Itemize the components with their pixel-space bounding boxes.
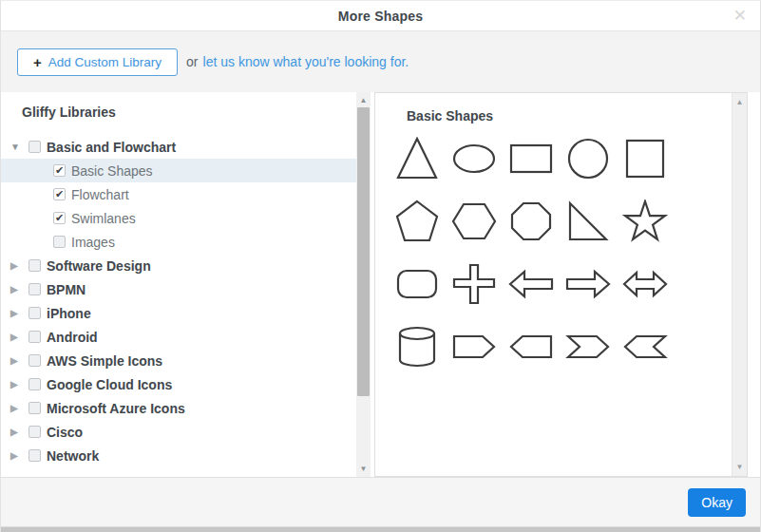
square-shape — [617, 127, 674, 190]
main-area: Gliffy Libraries ▼ Basic and Flowchart ✔… — [1, 92, 760, 477]
library-label: iPhone — [47, 306, 91, 321]
library-label: Android — [47, 330, 98, 345]
close-icon[interactable]: ✕ — [733, 6, 747, 27]
library-label: Software Design — [47, 258, 151, 274]
ellipse-shape — [446, 127, 503, 190]
library-label: Google Cloud Icons — [47, 377, 172, 392]
library-label: Flowchart — [71, 187, 129, 202]
arrow-left-shape — [503, 253, 560, 315]
library-checkbox[interactable]: ✔ — [53, 212, 66, 224]
tree-scrollbar[interactable]: ▲ ▼ — [356, 92, 371, 477]
library-checkbox[interactable] — [29, 378, 41, 390]
scroll-down-icon[interactable]: ▼ — [356, 462, 371, 476]
scroll-up-icon[interactable]: ▲ — [732, 95, 747, 109]
library-label: Basic Shapes — [71, 163, 153, 179]
tree-item-images[interactable]: Images — [1, 230, 356, 254]
octagon-shape — [503, 190, 560, 253]
libraries-panel: Gliffy Libraries ▼ Basic and Flowchart ✔… — [1, 92, 356, 477]
library-checkbox[interactable] — [29, 449, 41, 462]
add-custom-library-button[interactable]: + Add Custom Library — [17, 48, 178, 76]
library-checkbox[interactable] — [29, 426, 41, 438]
tree-item-iphone[interactable]: ▶ iPhone — [1, 301, 356, 325]
tree-item-software-design[interactable]: ▶ Software Design — [1, 254, 356, 277]
chevron-right-shape — [560, 315, 617, 378]
library-checkbox[interactable] — [29, 331, 41, 343]
cylinder-shape — [389, 315, 446, 378]
library-checkbox[interactable] — [29, 402, 41, 414]
expander-icon[interactable]: ▶ — [10, 260, 24, 271]
dialog-header: More Shapes ✕ — [1, 1, 760, 31]
tree-item-android[interactable]: ▶ Android — [1, 325, 356, 349]
expander-icon[interactable]: ▼ — [10, 142, 24, 152]
scroll-down-icon[interactable]: ▼ — [732, 460, 747, 474]
expander-icon[interactable]: ▶ — [10, 332, 24, 342]
tree-item-microsoft-azure-icons[interactable]: ▶ Microsoft Azure Icons — [1, 396, 356, 420]
star-shape — [617, 190, 674, 253]
expander-icon[interactable]: ▶ — [10, 403, 24, 413]
library-checkbox[interactable] — [29, 283, 41, 295]
shapes-scrollbar[interactable]: ▲ ▼ — [732, 93, 747, 476]
hexagon-shape — [446, 190, 503, 253]
feedback-link[interactable]: let us know what you're looking for. — [203, 54, 409, 69]
dialog-bottom-edge — [1, 526, 760, 532]
or-text: or — [186, 54, 198, 69]
tree-item-network[interactable]: ▶ Network — [1, 444, 356, 467]
library-checkbox[interactable] — [53, 236, 66, 248]
expander-icon[interactable]: ▶ — [10, 450, 24, 461]
library-label: AWS Simple Icons — [47, 353, 162, 369]
tree-item-basic-shapes[interactable]: ✔ Basic Shapes — [1, 159, 356, 182]
shape-preview-panel: Basic Shapes ▲ ▼ — [374, 92, 748, 477]
right-triangle-shape — [560, 190, 617, 253]
library-tree: ▼ Basic and Flowchart ✔ Basic Shapes ✔ F… — [1, 135, 356, 467]
tree-item-basic-and-flowchart[interactable]: ▼ Basic and Flowchart — [1, 135, 356, 159]
pentagon-shape — [389, 190, 446, 253]
okay-button[interactable]: Okay — [688, 488, 746, 517]
arrow-double-shape — [617, 253, 674, 315]
scroll-up-icon[interactable]: ▲ — [356, 93, 371, 107]
expander-icon[interactable]: ▶ — [10, 379, 24, 390]
tree-item-swimlanes[interactable]: ✔ Swimlanes — [1, 206, 356, 230]
tree-item-bpmn[interactable]: ▶ BPMN — [1, 277, 356, 301]
library-checkbox[interactable] — [29, 354, 41, 367]
library-label: Swimlanes — [71, 211, 136, 226]
expander-icon[interactable]: ▶ — [10, 355, 24, 366]
expander-icon[interactable]: ▶ — [10, 427, 24, 437]
libraries-heading: Gliffy Libraries — [1, 104, 356, 125]
tree-item-cisco[interactable]: ▶ Cisco — [1, 420, 356, 444]
dialog-footer: Okay — [1, 477, 760, 526]
triangle-shape — [389, 127, 446, 190]
library-checkbox[interactable] — [29, 141, 41, 153]
arrow-right-shape — [560, 253, 617, 315]
add-custom-library-label: Add Custom Library — [48, 55, 162, 69]
toolbar: + Add Custom Library or let us know what… — [1, 31, 760, 92]
library-checkbox[interactable] — [29, 307, 41, 319]
chevron-left-shape — [617, 315, 674, 378]
pentagon-right-shape — [446, 315, 503, 378]
library-checkbox[interactable]: ✔ — [53, 188, 66, 200]
pentagon-left-shape — [503, 315, 560, 378]
library-checkbox[interactable]: ✔ — [53, 164, 66, 177]
shape-panel-heading: Basic Shapes — [407, 108, 732, 124]
cross-shape — [446, 253, 503, 315]
dialog-title: More Shapes — [338, 9, 423, 24]
tree-item-google-cloud-icons[interactable]: ▶ Google Cloud Icons — [1, 372, 356, 396]
library-label: Network — [47, 448, 99, 464]
tree-item-flowchart[interactable]: ✔ Flowchart — [1, 182, 356, 206]
plus-icon: + — [33, 54, 42, 70]
expander-icon[interactable]: ▶ — [10, 284, 24, 294]
rounded-rectangle-shape — [389, 253, 446, 315]
rectangle-shape — [503, 127, 560, 190]
more-shapes-dialog: More Shapes ✕ + Add Custom Library or le… — [0, 0, 761, 532]
scrollbar-thumb[interactable] — [357, 107, 370, 396]
expander-icon[interactable]: ▶ — [10, 308, 24, 318]
library-label: Basic and Flowchart — [47, 140, 176, 155]
library-label: Microsoft Azure Icons — [47, 401, 185, 416]
shape-grid — [389, 127, 732, 378]
circle-shape — [560, 127, 617, 190]
tree-item-aws-simple-icons[interactable]: ▶ AWS Simple Icons — [1, 349, 356, 372]
library-label: Images — [71, 235, 115, 250]
library-checkbox[interactable] — [29, 259, 41, 272]
library-label: Cisco — [47, 425, 83, 440]
library-label: BPMN — [47, 282, 86, 297]
